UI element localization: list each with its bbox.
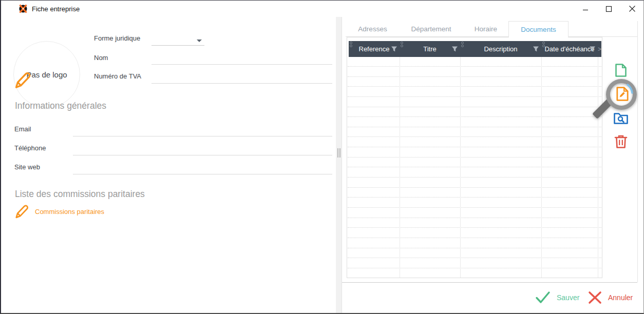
grid-empty-row — [348, 57, 601, 67]
commissions-link-label: Commissions paritaires — [35, 208, 104, 215]
grid-column-header-1[interactable]: Titre — [400, 41, 460, 57]
email-input[interactable] — [73, 127, 332, 136]
grid-empty-row — [348, 127, 601, 137]
footer-divider — [342, 282, 637, 283]
minimize-icon — [582, 6, 589, 12]
grid-empty-row — [348, 239, 601, 248]
cancel-button[interactable]: Annuler — [588, 291, 633, 304]
edit-document-icon[interactable] — [615, 86, 630, 102]
telephone-label: Téléphone — [14, 144, 46, 152]
grid-body[interactable] — [348, 57, 601, 277]
grid-columns-overflow-indicator[interactable]: > — [598, 41, 601, 57]
filter-funnel-icon[interactable] — [533, 46, 539, 52]
column-header-label: Titre — [423, 45, 437, 53]
window-title: Fiche entreprise — [32, 5, 80, 13]
grid-empty-row — [348, 117, 601, 127]
add-document-icon[interactable] — [614, 63, 628, 77]
company-form-panel: Pas de logo Forme juridique Nom Numéro d… — [1, 17, 336, 314]
grid-empty-row — [348, 158, 601, 167]
logo-placeholder-text: Pas de logo — [26, 70, 67, 79]
commissions-section-title: Liste des commissions paritaires — [15, 189, 145, 200]
info-section-title: Informations générales — [15, 101, 106, 111]
column-anchor-icon — [350, 42, 352, 48]
grid-empty-row — [348, 188, 601, 198]
tva-input[interactable] — [151, 74, 332, 84]
grid-empty-row — [348, 107, 601, 117]
grid-empty-row — [348, 67, 601, 77]
tab-label: Horaire — [475, 25, 497, 33]
forme-juridique-label: Forme juridique — [94, 34, 140, 42]
minimize-button[interactable] — [574, 1, 597, 17]
save-check-icon — [535, 291, 551, 304]
tab-horaire[interactable]: Horaire — [463, 21, 508, 36]
title-bar: Fiche entreprise — [1, 1, 643, 17]
column-header-label: Reference — [359, 45, 390, 53]
nom-input[interactable] — [151, 55, 332, 65]
siteweb-input[interactable] — [73, 165, 332, 174]
documents-grid: ReferenceTitreDescriptionDate d'échéance… — [347, 37, 602, 278]
delete-document-icon[interactable] — [614, 134, 628, 149]
column-header-label: Description — [484, 45, 517, 53]
grid-empty-row — [348, 259, 601, 268]
grid-empty-row — [348, 218, 601, 228]
email-label: Email — [14, 125, 31, 133]
tab-documents[interactable]: Documents — [508, 21, 569, 37]
commissions-paritaires-button[interactable]: Commissions paritaires — [14, 203, 104, 220]
nom-label: Nom — [94, 54, 108, 62]
grid-empty-row — [348, 228, 601, 238]
grid-empty-row — [348, 208, 601, 218]
right-panel-border — [637, 21, 638, 282]
siteweb-label: Site web — [14, 163, 40, 171]
app-logo-icon — [18, 4, 28, 13]
tab-label: Adresses — [358, 25, 387, 33]
grid-empty-row — [348, 138, 601, 147]
maximize-icon — [605, 6, 612, 12]
grid-column-header-2[interactable]: Description — [460, 41, 541, 57]
column-header-label: Date d'échéance — [544, 45, 594, 53]
panel-splitter[interactable] — [336, 17, 342, 314]
grid-empty-row — [348, 198, 601, 208]
save-button[interactable]: Sauver — [535, 291, 579, 304]
edit-logo-pencil-icon[interactable] — [14, 70, 32, 90]
grid-empty-row — [348, 248, 601, 258]
cancel-x-icon — [588, 291, 602, 304]
grid-empty-row — [348, 178, 601, 188]
tab-label: Département — [411, 25, 451, 33]
forme-juridique-combobox[interactable] — [151, 36, 204, 46]
filter-funnel-icon[interactable] — [391, 46, 397, 52]
filter-funnel-icon[interactable] — [589, 46, 596, 52]
column-anchor-icon — [401, 42, 403, 48]
maximize-button[interactable] — [597, 1, 620, 17]
grid-header: ReferenceTitreDescriptionDate d'échéance… — [349, 41, 601, 57]
column-anchor-icon — [461, 42, 464, 48]
tab-departement[interactable]: Département — [399, 21, 463, 36]
grid-empty-row — [348, 268, 601, 277]
edit-commissions-pencil-icon — [14, 203, 30, 220]
close-icon — [629, 5, 636, 12]
close-button[interactable] — [620, 1, 643, 17]
column-anchor-icon — [542, 42, 545, 48]
splitter-grip-icon — [337, 148, 338, 158]
grid-empty-row — [348, 168, 601, 178]
tva-label: Numéro de TVA — [94, 72, 141, 80]
grid-empty-row — [348, 77, 601, 87]
right-panel-border — [342, 17, 342, 314]
cancel-label: Annuler — [608, 293, 633, 302]
grid-empty-row — [348, 87, 601, 97]
browse-document-icon[interactable] — [613, 111, 629, 125]
telephone-input[interactable] — [73, 146, 332, 155]
splitter-grip-icon — [339, 148, 340, 158]
tab-adresses[interactable]: Adresses — [351, 21, 394, 36]
grid-column-header-0[interactable]: Reference — [349, 41, 400, 57]
combo-dropdown-caret-icon — [197, 40, 202, 42]
tab-label: Documents — [521, 26, 556, 33]
save-label: Sauver — [557, 293, 579, 302]
grid-empty-row — [348, 148, 601, 158]
grid-empty-row — [348, 97, 601, 107]
filter-funnel-icon[interactable] — [451, 46, 458, 52]
grid-column-header-3[interactable]: Date d'échéance — [541, 41, 598, 57]
